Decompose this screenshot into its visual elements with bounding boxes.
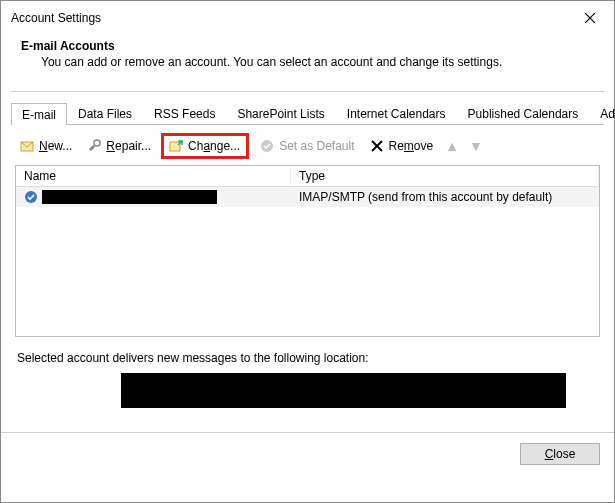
table-row[interactable]: IMAP/SMTP (send from this account by def… (16, 187, 599, 207)
new-button[interactable]: New... (15, 136, 76, 156)
repair-icon (86, 138, 102, 154)
header-title: E-mail Accounts (21, 39, 594, 53)
location-text: Selected account delivers new messages t… (17, 351, 598, 365)
window-title: Account Settings (11, 11, 101, 25)
default-check-icon (24, 190, 38, 204)
tab-strip: E-mail Data Files RSS Feeds SharePoint L… (11, 102, 604, 125)
footer: Close (1, 433, 614, 475)
account-settings-dialog: Account Settings E-mail Accounts You can… (0, 0, 615, 503)
toolbar: New... Repair... Change... Set as Defaul… (1, 125, 614, 165)
repair-button[interactable]: Repair... (82, 136, 155, 156)
table-header: Name Type (16, 166, 599, 187)
tab-rss-feeds[interactable]: RSS Feeds (143, 102, 226, 124)
header: E-mail Accounts You can add or remove an… (1, 33, 614, 83)
change-icon (168, 138, 184, 154)
col-name[interactable]: Name (16, 166, 291, 186)
account-name-redacted (42, 190, 217, 204)
remove-button[interactable]: Remove (365, 136, 438, 156)
svg-rect-4 (170, 142, 180, 151)
accounts-table: Name Type IMAP/SMTP (send from this acco… (15, 165, 600, 337)
close-button[interactable]: Close (520, 443, 600, 465)
titlebar: Account Settings (1, 1, 614, 33)
move-down-icon: ▼ (467, 138, 485, 154)
tab-address-books[interactable]: Address Books (589, 102, 615, 124)
svg-point-3 (94, 140, 100, 146)
move-up-icon: ▲ (443, 138, 461, 154)
check-circle-icon (259, 138, 275, 154)
remove-icon (369, 138, 385, 154)
col-type[interactable]: Type (291, 166, 599, 186)
header-description: You can add or remove an account. You ca… (21, 55, 594, 69)
location-redacted (121, 373, 566, 408)
tab-sharepoint-lists[interactable]: SharePoint Lists (226, 102, 335, 124)
new-icon (19, 138, 35, 154)
change-button[interactable]: Change... (161, 133, 249, 159)
divider (11, 91, 604, 92)
close-icon[interactable] (574, 7, 606, 29)
tab-published-calendars[interactable]: Published Calendars (457, 102, 590, 124)
set-default-button: Set as Default (255, 136, 358, 156)
account-type: IMAP/SMTP (send from this account by def… (291, 187, 599, 207)
tab-email[interactable]: E-mail (11, 103, 67, 125)
tab-internet-calendars[interactable]: Internet Calendars (336, 102, 457, 124)
tab-data-files[interactable]: Data Files (67, 102, 143, 124)
